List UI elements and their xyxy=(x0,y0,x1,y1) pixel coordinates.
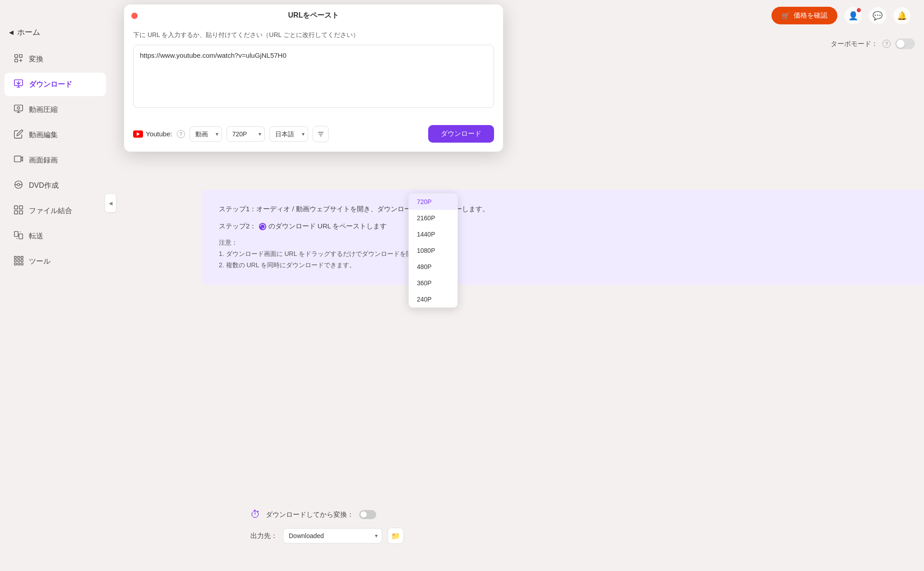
turbo-toggle[interactable] xyxy=(895,38,915,49)
sidebar-item-label: ダウンロード xyxy=(29,80,72,89)
sidebar-item-convert[interactable]: 変換 xyxy=(5,47,106,71)
svg-rect-24 xyxy=(14,263,17,265)
resolution-select[interactable]: 720P 2160P 1440P 1080P 480P 360P 240P xyxy=(226,126,265,142)
resolution-select-wrapper: 720P 2160P 1440P 1080P 480P 360P 240P xyxy=(226,126,265,142)
turbo-row: ターボモード： ? xyxy=(831,38,915,49)
format-select-wrapper: 動画 音声 xyxy=(189,126,222,142)
record-icon xyxy=(14,154,23,166)
sidebar-home[interactable]: ◀ ホーム xyxy=(0,23,111,46)
price-button-label: 価格を確認 xyxy=(794,11,827,20)
folder-icon: 📁 xyxy=(391,532,400,540)
output-row: 出力先： Downloaded 📁 xyxy=(250,528,910,544)
convert-after-download-row: ⏱ ダウンロードしてから変換： xyxy=(250,509,910,520)
cart-icon: 🛒 xyxy=(781,12,790,20)
svg-rect-5 xyxy=(14,105,23,111)
dialog-footer: Youtube: ? 動画 音声 720P 2160P 1440P 1080P … xyxy=(124,119,503,152)
compress-icon xyxy=(14,104,23,116)
home-label: ホーム xyxy=(17,27,40,37)
resolution-dropdown: 720P 2160P 1440P 1080P 480P 360P 240P xyxy=(408,193,458,308)
step1-text: ステップ1：オーディオ / 動画ウェブサイトを開き、ダウンロード URL をコピ… xyxy=(219,203,915,215)
sidebar-item-edit[interactable]: 動画編集 xyxy=(5,123,106,147)
svg-rect-7 xyxy=(14,156,21,162)
svg-rect-25 xyxy=(18,263,20,265)
bell-icon: 🔔 xyxy=(897,11,907,21)
svg-point-9 xyxy=(17,183,20,186)
dvd-icon xyxy=(14,180,23,191)
edit-icon xyxy=(14,129,23,141)
svg-rect-26 xyxy=(21,263,23,265)
download-icon xyxy=(14,79,23,90)
sidebar-item-compress[interactable]: 動画圧縮 xyxy=(5,98,106,121)
res-option-240p[interactable]: 240P xyxy=(409,291,457,307)
sidebar-item-label: DVD作成 xyxy=(29,181,59,190)
note2-text: 2. 複数の URL を同時にダウンロードできます。 xyxy=(219,260,915,271)
svg-rect-15 xyxy=(19,211,23,214)
sidebar-item-label: 変換 xyxy=(29,55,43,64)
chat-button[interactable]: 💬 xyxy=(869,7,886,24)
dialog-title: URLをペースト xyxy=(288,11,339,20)
turbo-help-icon[interactable]: ? xyxy=(882,40,891,48)
sidebar-item-label: 転送 xyxy=(29,232,43,241)
output-select[interactable]: Downloaded xyxy=(283,528,382,543)
chat-icon: 💬 xyxy=(873,11,882,21)
svg-rect-18 xyxy=(14,256,17,259)
source-help-icon[interactable]: ? xyxy=(177,130,185,138)
svg-rect-23 xyxy=(21,260,23,262)
user-icon: 👤 xyxy=(848,11,858,21)
res-option-2160p[interactable]: 2160P xyxy=(409,210,457,226)
youtube-icon xyxy=(133,130,143,138)
convert-label: ダウンロードしてから変換： xyxy=(266,511,354,519)
user-button[interactable]: 👤 xyxy=(845,7,862,24)
url-input[interactable]: https://www.youtube.com/watch?v=uluGjNL5… xyxy=(133,45,494,108)
sidebar-item-transfer[interactable]: 転送 xyxy=(5,224,106,248)
language-select-wrapper: 日本語 英語 中国語 xyxy=(269,126,308,142)
format-select[interactable]: 動画 音声 xyxy=(189,126,222,142)
filter-button[interactable] xyxy=(313,126,329,142)
note1-text: 1. ダウンロード画面に URL をドラッグするだけでダウンロードを開始できます… xyxy=(219,248,915,260)
bottom-bar: ⏱ ダウンロードしてから変換： 出力先： Downloaded 📁 xyxy=(237,509,924,544)
svg-rect-0 xyxy=(15,55,18,57)
download-button[interactable]: ダウンロード xyxy=(428,125,494,143)
output-label: 出力先： xyxy=(250,532,277,540)
svg-rect-14 xyxy=(14,211,18,214)
sidebar-item-label: ファイル結合 xyxy=(29,206,72,216)
sidebar-item-dvd[interactable]: DVD作成 xyxy=(5,174,106,197)
transfer-icon xyxy=(14,230,23,242)
sidebar-item-label: 画面録画 xyxy=(29,156,58,165)
merge-icon xyxy=(14,205,23,217)
res-option-720p[interactable]: 720P xyxy=(409,194,457,210)
res-option-360p[interactable]: 360P xyxy=(409,275,457,291)
sidebar-item-merge[interactable]: ファイル結合 xyxy=(5,199,106,223)
price-button[interactable]: 🛒 価格を確認 xyxy=(772,7,837,24)
svg-rect-16 xyxy=(14,232,18,237)
home-chevron-icon: ◀ xyxy=(9,29,14,36)
sidebar-item-record[interactable]: 画面録画 xyxy=(5,149,106,172)
svg-rect-12 xyxy=(14,206,18,209)
notification-button[interactable]: 🔔 xyxy=(893,7,910,24)
sidebar-item-label: 動画編集 xyxy=(29,130,58,140)
svg-rect-22 xyxy=(18,260,20,262)
note-title: 注意： xyxy=(219,237,915,248)
res-option-1440p[interactable]: 1440P xyxy=(409,226,457,242)
sidebar-collapse-button[interactable]: ◀ xyxy=(105,194,116,212)
user-badge xyxy=(857,8,861,12)
svg-point-6 xyxy=(17,107,20,109)
language-select[interactable]: 日本語 英語 中国語 xyxy=(269,126,308,142)
tools-icon xyxy=(14,255,23,267)
sidebar-item-tools[interactable]: ツール xyxy=(5,250,106,273)
svg-rect-21 xyxy=(14,260,17,262)
main-area: 🛒 価格を確認 👤 💬 🔔 ターボモード： ? ▾ xyxy=(111,0,924,571)
res-option-480p[interactable]: 480P xyxy=(409,259,457,275)
sidebar-item-download[interactable]: ダウンロード xyxy=(5,73,106,96)
sidebar-item-label: ツール xyxy=(29,257,51,266)
topbar: 🛒 価格を確認 👤 💬 🔔 xyxy=(767,7,915,29)
svg-rect-1 xyxy=(19,55,22,57)
step2-text: ステップ2： のダウンロード URL をペーストします xyxy=(219,220,915,232)
convert-icon xyxy=(14,53,23,65)
folder-button[interactable]: 📁 xyxy=(388,528,404,544)
collapse-icon: ◀ xyxy=(109,200,112,206)
convert-toggle[interactable] xyxy=(359,510,376,519)
dialog-close-button[interactable] xyxy=(131,13,138,19)
timer-icon: ⏱ xyxy=(250,509,260,520)
res-option-1080p[interactable]: 1080P xyxy=(409,242,457,259)
